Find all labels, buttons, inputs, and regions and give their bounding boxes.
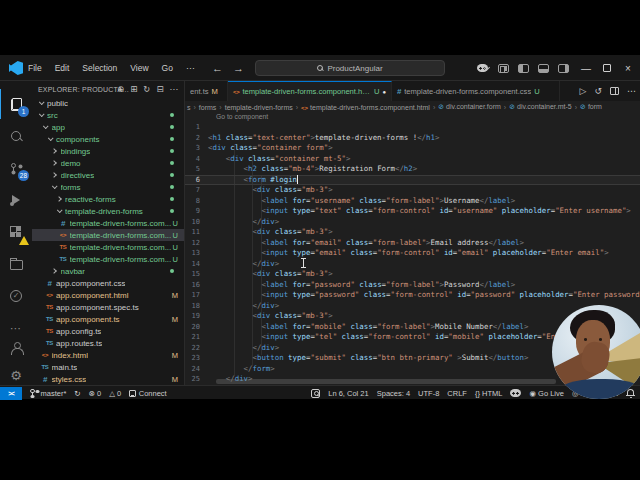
menu-selection[interactable]: Selection (82, 63, 117, 73)
source-control-activity-button[interactable]: 28 (0, 153, 32, 183)
run-debug-activity-button[interactable] (0, 185, 32, 215)
copilot-button[interactable] (477, 64, 489, 72)
testing-activity-button[interactable]: ✓ (0, 281, 32, 311)
breadcrumb-item[interactable]: ⊘ div.container.form (438, 103, 501, 111)
tree-folder-src[interactable]: src (32, 109, 184, 121)
tree-file-app.routes.ts[interactable]: TSapp.routes.ts (32, 337, 184, 349)
menu-file[interactable]: File (28, 63, 42, 73)
tree-file-app.component.spec.ts[interactable]: TSapp.component.spec.ts (32, 301, 184, 313)
horizontal-scrollbar[interactable] (216, 379, 556, 384)
code-line-1[interactable]: 1 (185, 122, 640, 133)
refresh-icon[interactable]: ↻ (143, 84, 150, 94)
code-line-5[interactable]: 5 <h2 class="mb-4">Registration Form</h2… (185, 164, 640, 175)
status-text[interactable]: Ln 6, Col 21 (328, 389, 368, 398)
breadcrumb-item[interactable]: <> template-driven-forms.component.html (301, 104, 430, 111)
code-line-17[interactable]: 17 <input type="password" class="form-co… (185, 290, 640, 301)
toggle-secondary-sidebar-icon[interactable] (558, 64, 569, 73)
breadcrumb-item[interactable]: ⊘ form (580, 103, 602, 111)
tree-file-template-driven-forms.com...[interactable]: #template-driven-forms.com...U (32, 217, 184, 229)
history-back-icon[interactable]: ← (212, 62, 223, 74)
new-file-icon[interactable]: ⊕ (117, 84, 124, 94)
tree-file-app.component.html[interactable]: <>app.component.htmlM (32, 289, 184, 301)
breadcrumb-item[interactable]: s (187, 104, 191, 111)
tree-file-template-driven-forms.com...[interactable]: TStemplate-driven-forms.com...U (32, 253, 184, 265)
code-line-2[interactable]: 2<h1 class="text-center">template-driven… (185, 133, 640, 144)
code-line-11[interactable]: 11 <div class="mb-3"> (185, 227, 640, 238)
split-editor-icon[interactable] (610, 87, 619, 95)
screencast-magnifier-status-item[interactable] (311, 389, 320, 398)
breadcrumb-item[interactable]: forms (199, 104, 217, 111)
tree-folder-app[interactable]: app (32, 121, 184, 133)
run-icon[interactable]: ▷ (580, 86, 587, 96)
tree-file-app.component.ts[interactable]: TSapp.component.tsM (32, 313, 184, 325)
copilot-status-item[interactable] (510, 389, 521, 397)
code-line-18[interactable]: 18 </div> (185, 301, 640, 312)
sync-status-item[interactable]: ↻ (74, 389, 80, 398)
breadcrumb-item[interactable]: template-driven-forms (225, 104, 293, 111)
status-text[interactable]: Spaces: 4 (377, 389, 410, 398)
search-activity-button[interactable] (0, 121, 32, 151)
close-button[interactable]: × (620, 63, 636, 74)
code-line-4[interactable]: 4 <div class="container mt-5"> (185, 154, 640, 165)
menu-edit[interactable]: Edit (55, 63, 70, 73)
code-line-7[interactable]: 7 <div class="mb-3"> (185, 185, 640, 196)
connect-status-item[interactable]: Connect (129, 389, 166, 398)
account-button[interactable] (0, 333, 32, 363)
code-line-8[interactable]: 8 <label for="username" class="form-labe… (185, 196, 640, 207)
tree-file-app.component.css[interactable]: #app.component.css (32, 277, 184, 289)
vscode-logo-icon[interactable] (9, 61, 23, 75)
tree-folder-forms[interactable]: forms (32, 181, 184, 193)
tree-file-main.ts[interactable]: TSmain.ts (32, 361, 184, 373)
more-icon[interactable]: ⋯ (170, 84, 179, 94)
toggle-panel-icon[interactable] (538, 64, 549, 73)
collapse-all-icon[interactable]: ⊟ (156, 84, 163, 94)
status-text[interactable]: UTF-8 (418, 389, 439, 398)
customize-layout-icon[interactable] (498, 64, 509, 73)
toggle-sidebar-icon[interactable] (518, 64, 529, 73)
tree-file-app.config.ts[interactable]: TSapp.config.ts (32, 325, 184, 337)
tree-folder-navbar[interactable]: navbar (32, 265, 184, 277)
menu-go[interactable]: Go (162, 63, 173, 73)
history-forward-icon[interactable]: → (233, 62, 244, 74)
golive-status-item[interactable]: ◉ Go Live (529, 389, 563, 398)
remote-status-item[interactable]: >< (0, 387, 22, 400)
code-line-16[interactable]: 16 <label for="password" class="form-lab… (185, 280, 640, 291)
command-center[interactable]: ProductAngular (255, 60, 445, 76)
explorer-activity-button[interactable]: 1 (0, 89, 32, 119)
extensions-activity-button[interactable] (0, 217, 32, 247)
code-line-10[interactable]: 10 </div> (185, 217, 640, 228)
breadcrumb-item[interactable]: ⊘ div.container.mt-5 (509, 103, 572, 111)
tree-file-index.html[interactable]: <>index.htmlM (32, 349, 184, 361)
minimize-button[interactable]: — (578, 63, 594, 74)
menu-view[interactable]: View (130, 63, 148, 73)
warnings-status-item[interactable]: △ 0 (109, 389, 121, 398)
tree-file-styles.css[interactable]: #styles.cssM (32, 373, 184, 385)
tab-ent.ts[interactable]: ent.tsM (185, 81, 228, 101)
code-line-14[interactable]: 14 </div> (185, 259, 640, 270)
menu-more[interactable]: ⋯ (186, 63, 195, 73)
tab-template-driven-forms.component.css[interactable]: #template-driven-forms.component.cssU (392, 81, 560, 101)
tree-folder-demo[interactable]: demo (32, 157, 184, 169)
remote-explorer-activity-button[interactable] (0, 249, 32, 279)
breadcrumb[interactable]: s›forms›template-driven-forms›<> templat… (185, 101, 640, 113)
code-line-3[interactable]: 3<div class="container form"> (185, 143, 640, 154)
tree-folder-components[interactable]: components (32, 133, 184, 145)
code-line-12[interactable]: 12 <label for="email" class="form-label"… (185, 238, 640, 249)
tree-folder-template-driven-forms[interactable]: template-driven-forms (32, 205, 184, 217)
tree-folder-reactive-forms[interactable]: reactive-forms (32, 193, 184, 205)
braces-status-item[interactable]: {} HTML (475, 389, 503, 398)
status-text[interactable]: CRLF (447, 389, 467, 398)
branch-status-item[interactable]: master* (30, 389, 66, 398)
tree-folder-public[interactable]: public (32, 97, 184, 109)
go-to-component-codelens[interactable]: Go to component (216, 113, 268, 120)
tab-template-driven-forms.component.html[interactable]: <>template-driven-forms.component.htmlU● (228, 81, 392, 101)
tree-file-template-driven-forms.com...[interactable]: TStemplate-driven-forms.com...U (32, 241, 184, 253)
code-line-6[interactable]: 6 <form #login (185, 175, 640, 186)
errors-status-item[interactable]: ⊗ 0 (89, 389, 102, 398)
code-line-15[interactable]: 15 <div class="mb-3"> (185, 269, 640, 280)
tree-file-template-driven-forms.com...[interactable]: <>template-driven-forms.com...U (32, 229, 184, 241)
bell-status-item[interactable] (627, 391, 634, 395)
timeline-icon[interactable]: ↺ (594, 86, 602, 96)
tree-folder-directives[interactable]: directives (32, 169, 184, 181)
code-line-9[interactable]: 9 <input type="text" class="form-control… (185, 206, 640, 217)
